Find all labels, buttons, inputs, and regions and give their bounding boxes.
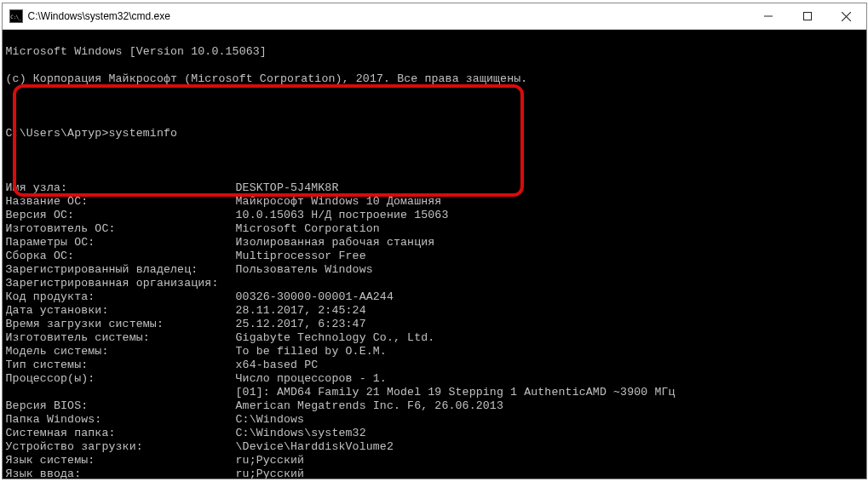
info-value: 28.11.2017, 2:45:24 — [236, 304, 863, 318]
info-row: Время загрузки системы:25.12.2017, 6:23:… — [6, 318, 863, 331]
info-row: Язык ввода:ru;Русский — [6, 468, 863, 479]
info-row: Изготовитель системы:Gigabyte Technology… — [6, 331, 863, 345]
info-row: Устройство загрузки:\Device\HarddiskVolu… — [6, 440, 863, 454]
info-label: Зарегистрированная организация: — [6, 277, 236, 290]
info-row: Параметры ОС:Изолированная рабочая станц… — [6, 236, 863, 250]
info-value: 10.0.15063 Н/Д построение 15063 — [236, 209, 863, 222]
info-value: Число процессоров - 1. — [236, 372, 863, 386]
info-row: Версия ОС:10.0.15063 Н/Д построение 1506… — [6, 209, 863, 222]
titlebar-left: C:\Windows\system32\cmd.exe — [3, 9, 170, 23]
cmd-icon — [9, 9, 23, 23]
info-value: ru;Русский — [236, 468, 863, 479]
info-row: Версия BIOS:American Megatrends Inc. F6,… — [6, 399, 863, 413]
maximize-button[interactable] — [788, 3, 827, 29]
info-row: [01]: AMD64 Family 21 Model 19 Stepping … — [6, 386, 863, 399]
minimize-button[interactable] — [749, 3, 788, 29]
info-row: Сборка ОС:Multiprocessor Free — [6, 250, 863, 263]
blank-line — [6, 100, 863, 113]
info-value: Gigabyte Technology Co., Ltd. — [236, 331, 863, 345]
info-value: [01]: AMD64 Family 21 Model 19 Stepping … — [236, 386, 863, 399]
info-row: Дата установки:28.11.2017, 2:45:24 — [6, 304, 863, 318]
info-value: DESKTOP-5J4MK8R — [236, 181, 863, 195]
info-label: Версия ОС: — [6, 209, 236, 222]
info-value: C:\Windows\system32 — [236, 427, 863, 440]
info-row: Модель системы:To be filled by O.E.M. — [6, 345, 863, 359]
close-button[interactable] — [827, 3, 866, 29]
info-value: ru;Русский — [236, 454, 863, 468]
info-label: Изготовитель системы: — [6, 331, 236, 345]
info-label: Сборка ОС: — [6, 250, 236, 263]
info-row: Папка Windows:C:\Windows — [6, 413, 863, 427]
info-label: Параметры ОС: — [6, 236, 236, 250]
prompt-line: C:\Users\Артур>systeminfo — [6, 127, 863, 141]
terminal-output[interactable]: Microsoft Windows [Version 10.0.15063] (… — [3, 30, 866, 479]
info-value: Майкрософт Windows 10 Домашняя — [236, 195, 863, 209]
info-label: Имя узла: — [6, 181, 236, 195]
info-label — [6, 386, 236, 399]
blank-line — [6, 154, 863, 168]
info-label: Язык системы: — [6, 454, 236, 468]
info-value: To be filled by O.E.M. — [236, 345, 863, 359]
info-value: x64-based PC — [236, 359, 863, 372]
info-row: Процессор(ы):Число процессоров - 1. — [6, 372, 863, 386]
info-row: Тип системы:x64-based PC — [6, 359, 863, 372]
info-row: Имя узла:DESKTOP-5J4MK8R — [6, 181, 863, 195]
info-value: Пользователь Windows — [236, 263, 863, 277]
info-label: Версия BIOS: — [6, 399, 236, 413]
info-label: Код продукта: — [6, 290, 236, 304]
info-label: Зарегистрированный владелец: — [6, 263, 236, 277]
systeminfo-rows: Имя узла:DESKTOP-5J4MK8RНазвание ОС:Майк… — [6, 181, 863, 479]
window-controls — [749, 3, 866, 29]
info-label: Дата установки: — [6, 304, 236, 318]
svg-rect-1 — [803, 13, 811, 20]
info-row: Язык системы:ru;Русский — [6, 454, 863, 468]
info-label: Устройство загрузки: — [6, 440, 236, 454]
info-label: Название ОС: — [6, 195, 236, 209]
titlebar[interactable]: C:\Windows\system32\cmd.exe — [3, 3, 866, 30]
info-value: \Device\HarddiskVolume2 — [236, 440, 863, 454]
info-label: Системная папка: — [6, 427, 236, 440]
info-row: Зарегистрированный владелец:Пользователь… — [6, 263, 863, 277]
cmd-window: C:\Windows\system32\cmd.exe Microsoft Wi… — [3, 3, 866, 479]
info-label: Тип системы: — [6, 359, 236, 372]
info-label: Процессор(ы): — [6, 372, 236, 386]
info-label: Папка Windows: — [6, 413, 236, 427]
info-row: Системная папка:C:\Windows\system32 — [6, 427, 863, 440]
info-label: Язык ввода: — [6, 468, 236, 479]
header-line-1: Microsoft Windows [Version 10.0.15063] — [6, 45, 863, 59]
info-row: Название ОС:Майкрософт Windows 10 Домашн… — [6, 195, 863, 209]
info-value: Изолированная рабочая станция — [236, 236, 863, 250]
info-value: Multiprocessor Free — [236, 250, 863, 263]
window-title: C:\Windows\system32\cmd.exe — [28, 10, 170, 22]
info-label: Изготовитель ОС: — [6, 222, 236, 236]
info-value: 25.12.2017, 6:23:47 — [236, 318, 863, 331]
info-label: Время загрузки системы: — [6, 318, 236, 331]
info-value: Microsoft Corporation — [236, 222, 863, 236]
info-value: 00326-30000-00001-AA244 — [236, 290, 863, 304]
info-row: Зарегистрированная организация: — [6, 277, 863, 290]
info-row: Код продукта:00326-30000-00001-AA244 — [6, 290, 863, 304]
info-value: American Megatrends Inc. F6, 26.06.2013 — [236, 399, 863, 413]
info-value: C:\Windows — [236, 413, 863, 427]
info-row: Изготовитель ОС:Microsoft Corporation — [6, 222, 863, 236]
info-value — [236, 277, 863, 290]
header-line-2: (c) Корпорация Майкрософт (Microsoft Cor… — [6, 72, 863, 86]
info-label: Модель системы: — [6, 345, 236, 359]
